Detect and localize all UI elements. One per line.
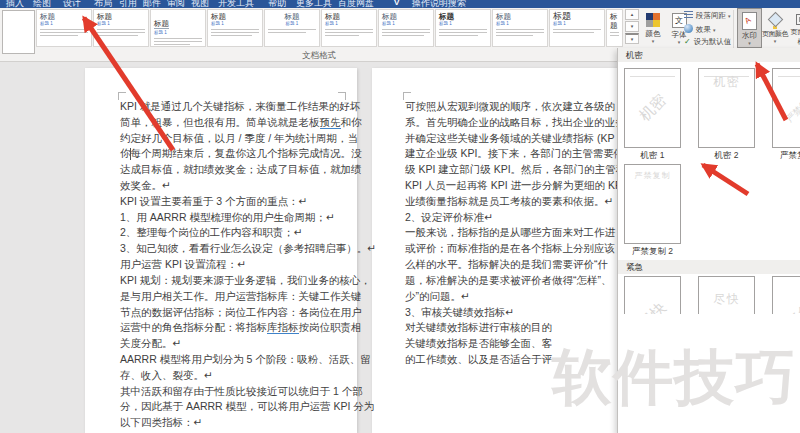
tab-insert[interactable]: 插入 — [6, 0, 24, 8]
tab-draw[interactable]: 绘图 — [33, 0, 51, 8]
doc-line: 效奖金。↵ — [120, 179, 171, 192]
gallery-scroll-up-button[interactable]: ▴ — [625, 9, 639, 20]
watermark-icon: A — [742, 12, 757, 30]
doc-line: 约定好几个目标值，以月 / 季度 / 年为统计周期，当 — [120, 132, 358, 145]
doc-line: KPI 就是通过几个关键指标，来衡量工作结果的好坏 — [120, 100, 360, 113]
style-set-card[interactable]: 标题 标题 1 — [321, 9, 377, 47]
paragraph-spacing-button[interactable]: 段落间距 ▾ — [684, 11, 731, 21]
tab-help[interactable]: 帮助 — [268, 0, 286, 8]
watermark-option-do-not-copy-1[interactable]: 严禁复制 — [772, 68, 800, 148]
style-card-subtitle: 标题 1 — [496, 21, 544, 27]
margin-corner-mark — [403, 92, 411, 100]
theme-colors-button[interactable]: 颜色 ▾ — [640, 9, 666, 53]
style-card-title: 标题 — [610, 12, 619, 30]
tab-review[interactable]: 审阅 — [167, 0, 185, 8]
section-header-confidential: 机密 — [618, 48, 800, 62]
doc-line: 你每个周期结束后，复盘你这几个指标完成情况。没 — [120, 147, 362, 160]
watermark-option-label: 机密 2 — [698, 150, 755, 162]
style-set-card[interactable]: 标题 标题 1 — [150, 9, 206, 47]
doc-line: 其中活跃和留存由于性质比较接近可以统归于 1 个部 — [120, 385, 363, 398]
doc-line: 少”的问题。↵ — [405, 290, 470, 303]
group-label-document-formatting: 文档格式 — [302, 50, 336, 62]
tab-mailings[interactable]: 邮件 — [143, 0, 161, 8]
watermark-option-label: 严禁复制 1 — [772, 150, 800, 162]
set-as-default-button[interactable]: ✓设为默认值 — [684, 37, 731, 47]
doc-line: 分，因此基于 AARRR 模型，可以将用户运营 KPI 分为 — [120, 400, 374, 413]
tab-design[interactable]: 设计 — [63, 0, 81, 8]
theme-colors-icon — [646, 13, 660, 27]
paragraph-spacing-label: 段落间距 — [696, 11, 726, 20]
doc-line: 以下四类指标：↵ — [120, 416, 202, 429]
page-borders-button[interactable]: 页面边框 — [788, 9, 800, 53]
chevron-down-icon: ▾ — [640, 39, 666, 44]
doc-line: 一般来说，指标指的是从哪些方面来对工作进 — [405, 226, 615, 239]
doc-line: 达成目标值，就扣绩效奖金；达成了目标值，就加绩 — [120, 163, 362, 176]
doc-line: KPI 人员一起再将 KPI 进一步分解为更细的 KP — [405, 179, 622, 192]
style-set-card[interactable]: 标题 标题 1 — [492, 9, 548, 47]
tab-references[interactable]: 引用 — [119, 0, 137, 8]
doc-line: 关度分配。↵ — [120, 337, 181, 350]
tab-more-tools[interactable]: 更多工具 — [296, 0, 332, 8]
gallery-scroll-down-button[interactable]: ▾ — [625, 21, 639, 32]
style-card-title: 标题 — [268, 12, 316, 21]
watermark-option-confidential-1[interactable]: 机密 — [624, 68, 681, 148]
doc-line: 存、收入、裂变。↵ — [120, 369, 213, 382]
doc-line: 3、审核关键绩效指标↵ — [405, 306, 514, 319]
text-cursor — [130, 148, 131, 160]
doc-line: AARRR 模型将用户划分为 5 个阶段：吸粉、活跃、留 — [120, 353, 371, 366]
tab-view[interactable]: 视图 — [191, 0, 209, 8]
doc-line: 系。首先明确企业的战略目标，找出企业的业务 — [405, 116, 626, 129]
tab-developer[interactable]: 开发工具 — [218, 0, 254, 8]
page-color-button[interactable]: 页面颜色 ▾ — [762, 9, 788, 53]
style-set-card[interactable]: 标题 标题 1 — [378, 9, 434, 47]
style-card-title: 标题 — [97, 12, 145, 21]
doc-line: 建立企业级 KPI。接下来，各部门的主管需要依 — [405, 147, 624, 160]
tab-layout[interactable]: 布局 — [94, 0, 112, 8]
tell-me-search[interactable]: 操作说明搜索 — [412, 0, 466, 8]
effects-label: 效果 — [696, 25, 711, 34]
style-card-title: 标题 — [553, 12, 601, 21]
watermark-option-label: 机密 1 — [624, 150, 681, 162]
style-set-card[interactable]: 标题 标题 1 — [435, 9, 491, 47]
current-style-preview[interactable] — [2, 10, 35, 54]
gallery-more-button[interactable]: ▾ — [625, 33, 639, 44]
doc-line: 1、用 AARRR 模型梳理你的用户生命周期；↵ — [120, 211, 335, 224]
style-set-card[interactable]: 标题 标题 1 — [549, 9, 605, 47]
style-card-title: 标题 — [154, 19, 169, 29]
doc-line: 是与用户相关工作。用户运营指标库：关键工作关键 — [120, 290, 362, 303]
tutorial-watermark: 软件技巧 — [552, 338, 796, 419]
chevron-down-icon: ▾ — [738, 41, 761, 46]
tab-baidu-netdisk[interactable]: 百度网盘 — [338, 0, 374, 8]
watermark-option-confidential-2[interactable]: 机密 — [698, 68, 755, 148]
margin-corner-mark — [118, 92, 126, 100]
style-card-subtitle: 标题 1 — [325, 21, 373, 27]
style-set-card[interactable]: 标题 标题 1 — [264, 9, 320, 47]
page-borders-icon — [796, 14, 800, 25]
style-card-title: 标题 — [439, 12, 487, 21]
style-set-card[interactable]: 标题 标题 1 — [36, 9, 92, 47]
doc-line: 或评价；而标准指的是在各个指标上分别应该 — [405, 242, 615, 255]
doc-line: 3、知己知彼，看看行业怎么设定（参考招聘启事）。↵ — [120, 242, 376, 255]
style-card-subtitle: 标题 1 — [268, 21, 316, 27]
doc-line: 对关键绩效指标进行审核的目的 — [405, 321, 552, 334]
chevron-down-icon: ▾ — [713, 27, 716, 33]
margin-corner-mark — [338, 92, 346, 100]
watermark-button[interactable]: A 水印 ▾ — [737, 8, 762, 48]
watermark-option-do-not-copy-2[interactable]: 严禁复制 — [624, 164, 681, 244]
style-set-card[interactable]: 标题 标题 1 — [93, 9, 149, 47]
style-card-subtitle: 标题 1 — [553, 21, 601, 27]
doc-line: 2、设定评价标准↵ — [405, 211, 493, 224]
style-card-subtitle: 标题 1 — [40, 21, 88, 27]
style-card-subtitle: 标题 1 — [154, 30, 202, 36]
style-set-card[interactable]: 标题 标题 1 — [207, 9, 263, 47]
effects-icon — [684, 24, 693, 33]
style-set-card[interactable]: 标题 — [606, 9, 623, 47]
style-card-subtitle: 标题 1 — [382, 21, 430, 27]
set-as-default-label: 设为默认值 — [694, 37, 732, 46]
watermark-option-label: 严禁复制 2 — [624, 246, 681, 258]
grammar-marked-text: 预先 — [320, 116, 341, 129]
page-color-icon — [762, 9, 788, 29]
effects-button[interactable]: 效果 ▾ — [684, 24, 716, 35]
doc-line: 么样的水平。指标解决的是我们需要评价“什 — [405, 258, 608, 271]
style-card-title: 标题 — [211, 12, 259, 21]
